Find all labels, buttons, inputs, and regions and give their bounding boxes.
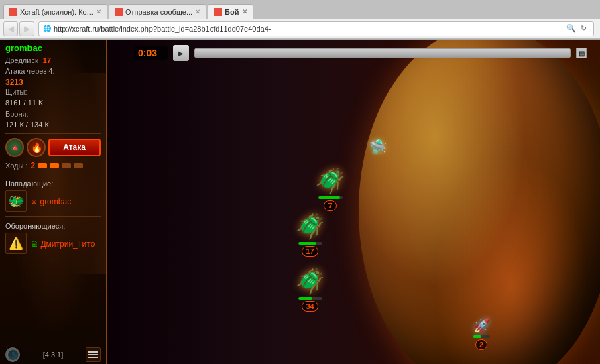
panel-divider-1 xyxy=(5,133,101,134)
search-button[interactable]: 🔍 xyxy=(565,23,577,35)
ship-4-body: 🚀 xyxy=(473,318,490,334)
page-icon: 🌐 xyxy=(43,25,51,32)
move-pip-1 xyxy=(38,163,47,168)
attacker-info: ⚔ grombac xyxy=(31,195,71,207)
shields-line: Щиты: xyxy=(5,87,101,97)
tab-xcraft[interactable]: Xcraft (эпсилон). Ко... ✕ xyxy=(3,4,107,19)
ship-3[interactable]: 🪲 34 xyxy=(295,267,325,312)
shields-label: Щиты: xyxy=(5,88,27,96)
action-buttons: 🔺 🔥 Атака xyxy=(5,138,101,157)
tab-battle[interactable]: Бой ✕ xyxy=(208,4,253,19)
aspect-ratio: [4:3:1] xyxy=(43,351,64,359)
panel-content: grombac Дредлиск 17 Атака через 4: 3213 … xyxy=(0,40,106,261)
defender-alliance-icon: 🏛 xyxy=(31,241,38,248)
ship-1-label: 7 xyxy=(324,200,336,211)
armor-line: Броня: xyxy=(5,109,101,119)
panel-bottom: 🌑 [4:3:1] xyxy=(0,347,106,362)
planet-avatar: 🌑 xyxy=(5,347,20,362)
browser-toolbar: ◀ ▶ 🌐 http://xcraft.ru/battle/index.php?… xyxy=(0,19,600,39)
attacker-avatar-icon: 🐲 xyxy=(8,193,25,209)
defenders-label: Обороняющиеся: xyxy=(5,222,101,230)
back-button[interactable]: ◀ xyxy=(3,21,18,36)
browser-chrome: Xcraft (эпсилон). Ко... ✕ Отправка сообщ… xyxy=(0,0,600,40)
ship-4[interactable]: 🚀 2 xyxy=(473,318,490,350)
attackers-label: Нападающие: xyxy=(5,180,101,188)
ship-4-label: 2 xyxy=(475,339,487,350)
refresh-button[interactable]: ↻ xyxy=(577,23,589,35)
ship-2-health-bar xyxy=(298,242,322,245)
shield-icon: 🔺 xyxy=(9,142,21,153)
tab-label-battle: Бой xyxy=(225,8,239,16)
move-pip-4 xyxy=(74,163,83,168)
ship-4-health-bar xyxy=(473,335,490,338)
menu-button[interactable] xyxy=(86,347,101,362)
ship-3-health-bar xyxy=(298,297,322,300)
timer-display: 0:03 xyxy=(134,46,168,60)
menu-line-2 xyxy=(88,354,98,355)
attack-label: Атака через 4: xyxy=(5,67,54,75)
browser-tabs: Xcraft (эпсилон). Ко... ✕ Отправка сообщ… xyxy=(0,0,600,19)
planet-icon: 🌑 xyxy=(7,349,19,360)
attack-timer-label: Атака через 4: xyxy=(5,66,101,76)
ship-2-health-fill xyxy=(298,242,316,245)
menu-line-3 xyxy=(88,357,98,358)
player-name: grombac xyxy=(5,43,101,53)
moves-value: 2 xyxy=(31,161,36,170)
attack-button[interactable]: Атака xyxy=(48,139,101,156)
attacker-link[interactable]: grombac xyxy=(40,197,71,206)
address-bar[interactable]: 🌐 http://xcraft.ru/battle/index.php?batt… xyxy=(38,21,594,36)
moves-label: Ходы : xyxy=(5,162,28,170)
forward-icon: ▶ xyxy=(24,24,30,34)
settings-icon: ▤ xyxy=(579,50,585,57)
tab-close-battle[interactable]: ✕ xyxy=(242,8,247,15)
planet xyxy=(359,40,600,364)
tab-close-xcraft[interactable]: ✕ xyxy=(96,8,101,15)
tab-message[interactable]: Отправка сообще... ✕ xyxy=(109,4,206,19)
panel-divider-3 xyxy=(5,216,101,217)
satellite-body: 🛸 xyxy=(369,139,387,156)
ship-1-health-bar xyxy=(318,196,343,199)
timer-bar: 0:03 ▶ ▤ xyxy=(134,45,587,61)
ship-4-health-fill xyxy=(473,335,481,338)
move-pip-2 xyxy=(50,163,59,168)
shield-button[interactable]: 🔺 xyxy=(5,138,24,157)
tab-icon-message xyxy=(115,8,123,16)
tab-label-xcraft: Xcraft (эпсилон). Ко... xyxy=(20,8,93,16)
fire-icon: 🔥 xyxy=(31,142,42,153)
play-button[interactable]: ▶ xyxy=(173,45,189,61)
shields-value: 8161 / 11 K xyxy=(5,98,101,108)
defender-link[interactable]: Дмитрий_Тито xyxy=(40,239,95,249)
moves-row: Ходы : 2 xyxy=(5,161,101,170)
game-container: grombac Дредлиск 17 Атака через 4: 3213 … xyxy=(0,40,600,364)
menu-icon xyxy=(88,351,98,358)
ship-2-body: 🪲 xyxy=(295,213,325,241)
tab-icon-xcraft xyxy=(9,8,17,16)
menu-line-1 xyxy=(88,351,98,353)
ship-2[interactable]: 🪲 17 xyxy=(295,213,325,257)
attacker-entry: 🐲 ⚔ grombac xyxy=(5,190,101,212)
attacker-alliance-icon: ⚔ xyxy=(31,198,37,206)
defender-avatar-icon: ⚠️ xyxy=(9,236,23,251)
armor-label: Броня: xyxy=(5,110,29,118)
settings-button[interactable]: ▤ xyxy=(576,48,587,58)
tab-close-message[interactable]: ✕ xyxy=(195,8,200,15)
ship-1-body: 🪲 xyxy=(315,167,345,195)
ship-1-health-fill xyxy=(318,196,340,199)
panel-divider-2 xyxy=(5,174,101,174)
address-actions: 🔍 ↻ xyxy=(565,23,589,35)
attack-value: 3213 xyxy=(5,78,101,87)
forward-button[interactable]: ▶ xyxy=(19,21,34,36)
game-area: 0:03 ▶ ▤ 🪲 7 🛸 🪲 xyxy=(107,40,600,364)
defender-info: 🏛 Дмитрий_Тито xyxy=(31,237,95,249)
ship-count: 17 xyxy=(43,56,51,64)
progress-bar[interactable] xyxy=(194,48,571,58)
ship-2-label: 17 xyxy=(302,246,318,257)
left-panel: grombac Дредлиск 17 Атака через 4: 3213 … xyxy=(0,40,107,364)
play-icon: ▶ xyxy=(178,50,184,57)
url-text: http://xcraft.ru/battle/index.php?battle… xyxy=(54,25,565,33)
fire-button[interactable]: 🔥 xyxy=(27,138,46,157)
ship-3-health-fill xyxy=(298,297,313,300)
ship-type-label: Дредлиск xyxy=(5,56,38,64)
tab-label-message: Отправка сообще... xyxy=(125,8,192,16)
ship-1[interactable]: 🪲 7 xyxy=(315,167,345,211)
